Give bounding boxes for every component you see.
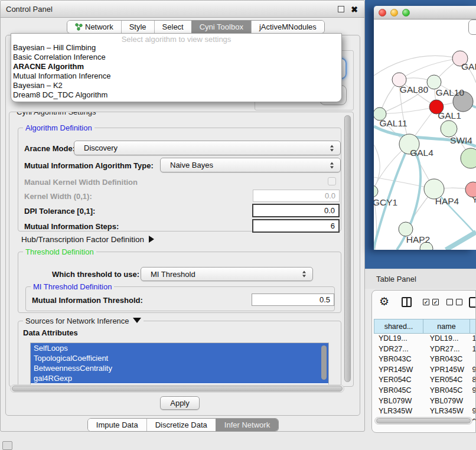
tab-network[interactable]: Network [67, 21, 121, 33]
table-panel-bar[interactable]: Table Panel [365, 269, 476, 289]
table-cell: YDL19... [423, 334, 469, 344]
bottom-tab-impute-data[interactable]: Impute Data [88, 419, 146, 431]
collapse-down-icon [133, 318, 141, 323]
tab-select[interactable]: Select [154, 21, 191, 33]
table-column-header[interactable]: shared... [374, 319, 423, 334]
tab-cyni-toolbox[interactable]: Cyni Toolbox [191, 21, 251, 33]
table-panel-window: ⚙ ✓ ✓ shared...name YDL19...YDL19...13YD… [371, 290, 476, 433]
float-window-icon[interactable] [338, 6, 344, 12]
apply-button[interactable]: Apply [160, 396, 200, 410]
node-label-hap2: HAP2 [406, 234, 431, 244]
tab-label: jActiveMNodules [259, 21, 317, 33]
table-row[interactable]: YBR045CYBR045C9. [374, 386, 476, 396]
algorithm-option[interactable]: Dream8 DC_TDC Algorithm [11, 90, 341, 100]
tab-jactivemnodules[interactable]: jActiveMNodules [251, 21, 324, 33]
mi-steps-label: Mutual Information Steps: [24, 222, 119, 231]
node-big-green[interactable] [461, 148, 476, 168]
tab-style[interactable]: Style [121, 21, 154, 33]
which-threshold-label: Which threshold to use: [52, 270, 139, 279]
table-cell: YDL19... [374, 334, 423, 344]
table-header-row: shared...name [374, 319, 476, 334]
close-traffic-light[interactable] [379, 9, 386, 17]
network-edge[interactable] [374, 145, 380, 191]
aracne-mode-select[interactable]: Discovery [74, 141, 341, 155]
gear-icon[interactable]: ⚙ [379, 296, 389, 308]
bottom-tab-discretize-data[interactable]: Discretize Data [146, 419, 216, 431]
settings-vertical-scrollbar[interactable] [344, 115, 351, 382]
attribute-item[interactable]: TopologicalCoefficient [31, 353, 328, 363]
unchecked-checkbox-icon[interactable] [446, 299, 453, 305]
control-panel-titlebar[interactable]: Control Panel ✖ [1, 1, 364, 18]
kernel-width-field[interactable]: 0.0 [253, 190, 340, 202]
unchecked-checkbox-icon[interactable] [456, 299, 462, 305]
bottom-tabbar: Impute DataDiscretize DataInfer Network [87, 418, 279, 432]
minimize-traffic-light[interactable] [390, 9, 398, 17]
network-canvas[interactable]: GALGAL80GAL10GAL1GAL11SWI4GAL4GCY1HAP4YH… [374, 19, 476, 250]
attribute-item[interactable]: SelfLoops [31, 343, 328, 353]
network-tab-icon [75, 23, 83, 31]
table-row[interactable]: YPR145WYPR145W9. [374, 365, 476, 376]
attribute-item[interactable]: BetweennessCentrality [31, 363, 328, 373]
close-icon[interactable]: ✖ [351, 4, 358, 15]
table-cell: YDR27... [423, 344, 469, 355]
table-row[interactable]: YDR27...YDR27...12 [374, 344, 476, 355]
bottom-tab-infer-network[interactable]: Infer Network [216, 419, 278, 431]
network-edge[interactable] [374, 56, 460, 76]
table-body: YDL19...YDL19...13YDR27...YDR27...12YBR0… [374, 334, 476, 420]
mi-steps-field[interactable]: 6 [252, 219, 340, 233]
table-cell: YBR045C [423, 386, 469, 396]
node-label-gal1: GAL1 [438, 110, 461, 120]
mi-threshold-field[interactable]: 0.5 [252, 294, 334, 306]
attribute-item[interactable]: gal4RGexp [31, 373, 328, 383]
table-panel-title: Table Panel [376, 269, 416, 289]
checked-checkbox-icon[interactable]: ✓ [432, 299, 439, 305]
checked-checkbox-icon[interactable]: ✓ [423, 299, 429, 305]
node-label-gal80: GAL80 [400, 84, 429, 94]
algorithm-option[interactable]: Mutual Information Inference [11, 71, 341, 81]
combo-arrows-icon [302, 271, 307, 278]
combo-arrows-icon [330, 162, 334, 168]
settings-horizontal-scrollbar[interactable] [10, 384, 344, 393]
node-gcy1[interactable] [374, 185, 378, 197]
kernel-width-label: Kernel Width (0,1): [24, 192, 92, 201]
control-panel-window: Control Panel ✖ NetworkStyleSelectCyni T… [0, 0, 365, 432]
table-cell: YBL079W [374, 396, 423, 407]
sources-group-title[interactable]: Sources for Network Inference [23, 317, 144, 325]
minimized-window-icon[interactable] [2, 441, 12, 450]
mi-type-select[interactable]: Naive Bayes [160, 158, 341, 172]
network-edge[interactable] [446, 232, 476, 250]
node-label-gal: GAL [461, 61, 476, 71]
aracne-mode-value: Discovery [84, 141, 118, 155]
zoom-traffic-light[interactable] [402, 9, 410, 17]
algorithm-option[interactable]: ARACNE Algorithm [11, 62, 341, 71]
table-cell: 9. [469, 406, 476, 417]
canvas-control-fragment[interactable] [468, 19, 476, 35]
node-swi4[interactable] [441, 120, 457, 137]
dpi-tolerance-label: DPI Tolerance [0,1]: [24, 207, 95, 216]
table-row[interactable]: YBR043CYBR043C [374, 354, 476, 365]
bottom-tabbar-wrap: Impute DataDiscretize DataInfer Network [1, 418, 366, 432]
dpi-tolerance-field[interactable]: 0.0 [252, 204, 340, 217]
mi-threshold-group: MI Threshold Definition Mutual Informati… [25, 286, 335, 311]
document-icon[interactable] [469, 297, 476, 308]
table-row[interactable]: YDL19...YDL19...13 [374, 334, 476, 344]
algorithm-option[interactable]: Bayesian – K2 [11, 81, 341, 90]
manual-kernel-checkbox[interactable] [328, 177, 336, 185]
table-row[interactable]: YER054CYER054C8. [374, 375, 476, 386]
algorithm-option[interactable]: Bayesian – Hill Climbing [11, 43, 341, 53]
table-column-header[interactable]: name [423, 319, 470, 334]
network-window-titlebar[interactable] [374, 6, 476, 19]
which-threshold-select[interactable]: MI Threshold [141, 267, 313, 281]
algorithm-option[interactable]: Basic Correlation Inference [11, 53, 341, 62]
table-horizontal-scrollbar[interactable] [374, 417, 472, 425]
table-row[interactable]: YLR345WYLR345W9. [374, 406, 476, 417]
node-label-gal11: GAL11 [379, 118, 407, 128]
table-column-header[interactable] [470, 319, 476, 334]
column-layout-icon[interactable] [402, 297, 412, 307]
hub-section-toggle[interactable]: Hub/Transcription Factor Definition [21, 234, 154, 244]
algorithm-definition-group: Algorithm Definition Aracne Mode: Discov… [18, 128, 341, 231]
algorithm-dropdown-list: Bayesian – Hill ClimbingBasic Correlatio… [11, 43, 341, 100]
control-panel-title: Control Panel [6, 1, 53, 18]
table-row[interactable]: YBL079WYBL079W [374, 396, 476, 407]
attributes-scrollbar[interactable] [321, 345, 327, 380]
